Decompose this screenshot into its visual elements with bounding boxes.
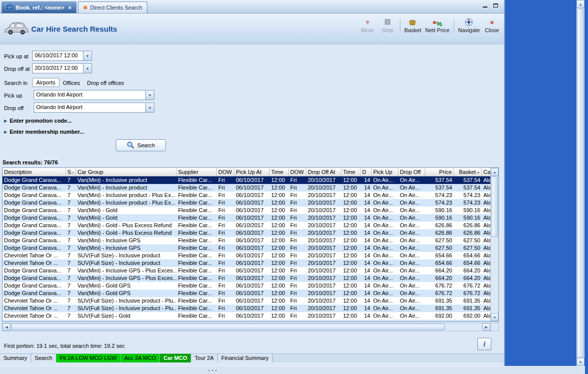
scroll-right-icon[interactable]: ▶ xyxy=(482,323,490,331)
dropoff-location-select[interactable]: Orlando Intl Airport ▼ xyxy=(34,103,154,113)
table-row[interactable]: Dodge Grand Carava...7Van(Mini) - Inclus… xyxy=(3,274,491,282)
scroll-up-icon[interactable]: ▲ xyxy=(491,168,498,176)
table-row[interactable]: Chevrolet Tahoe Or ...7SUV(Full Size) - … xyxy=(3,259,491,267)
column-header-time-9[interactable]: Time xyxy=(342,168,361,176)
bottom-tab-flt-2a-lgw-mco-lgw[interactable]: Flt 2A LGW MCO LGW xyxy=(56,354,121,362)
search-button[interactable]: Search xyxy=(116,139,166,151)
cell-drop-off-12: On Air... xyxy=(398,312,425,320)
table-row[interactable]: Chevrolet Tahoe Or ...7SUV(Full Size) - … xyxy=(3,297,491,305)
tab-booking-ref[interactable]: Book. ref.: <none> × xyxy=(2,2,76,13)
table-vertical-scrollbar[interactable]: ▲ ▼ xyxy=(490,168,498,321)
column-header-d-10[interactable]: D xyxy=(361,168,372,176)
desktop-background: Book. ref.: <none> × ✱ Direct Clients Se… xyxy=(0,0,588,374)
table-row[interactable]: Chevrolet Tahoe Or ...7SUV(Full Size) - … xyxy=(3,320,491,321)
table-row[interactable]: Chevrolet Tahoe Or ...7SUV(Full Size) - … xyxy=(3,305,491,312)
column-header-s-1[interactable]: S▼ xyxy=(66,168,76,176)
dropoff-at-select[interactable]: 20/10/2017 12:00 ▼ xyxy=(32,63,92,73)
basket-icon xyxy=(404,18,422,27)
cell-time-9: 12:00 xyxy=(342,274,361,282)
column-header-dow-7[interactable]: DOW xyxy=(289,168,306,176)
more-button[interactable]: ▼ More xyxy=(358,17,378,34)
header: Car Hire Search Results ▼ More Stop Bask… xyxy=(0,14,504,44)
info-button[interactable]: i xyxy=(477,338,491,350)
table-horizontal-scrollbar[interactable]: ◀ ▶ xyxy=(2,323,499,331)
stop-button[interactable]: Stop xyxy=(378,17,398,34)
column-header-ca-15[interactable]: Ca xyxy=(482,168,491,176)
membership-number-expander[interactable]: ▶ Enter membership number... xyxy=(4,129,85,135)
column-header-supplier-3[interactable]: Supplier xyxy=(177,168,217,176)
table-row[interactable]: Dodge Grand Carava...7Van(Mini) - Inclus… xyxy=(3,199,491,207)
tab-direct-clients-search[interactable]: ✱ Direct Clients Search xyxy=(78,2,147,13)
desktop-vertical-scrollbar[interactable]: ▲ ▼ xyxy=(576,0,584,366)
vertical-scroll-track[interactable] xyxy=(491,237,498,313)
navigate-button[interactable]: Navigate xyxy=(456,17,482,34)
bottom-tab-search[interactable]: Search xyxy=(31,354,56,362)
column-header-description-0[interactable]: Description xyxy=(3,168,66,176)
cell-s-1: 7 xyxy=(66,259,76,267)
table-row[interactable]: Dodge Grand Carava...7Van(Mini) - Gold G… xyxy=(3,282,491,290)
cell-pick-up-at-5: 06/10/2017 xyxy=(234,207,270,214)
basket-button[interactable]: Basket xyxy=(402,17,424,34)
bottom-tab-car-mco[interactable]: Car MCO xyxy=(160,354,191,362)
scroll-up-icon[interactable]: ▲ xyxy=(576,0,584,8)
table-row[interactable]: Dodge Grand Carava...7Van(Mini) - Inclus… xyxy=(3,237,491,244)
column-header-pick-up-11[interactable]: Pick Up xyxy=(372,168,398,176)
table-row[interactable]: Dodge Grand Carava...7Van(Mini) - Inclus… xyxy=(3,267,491,274)
nett-price-button[interactable]: ✱% Nett Price xyxy=(423,17,451,34)
bottom-tab-financial-summary[interactable]: Financial Summary xyxy=(218,354,273,362)
search-in-tab-airports[interactable]: Airports xyxy=(32,78,59,87)
table-row[interactable]: Dodge Grand Carava...7Van(Mini) - Inclus… xyxy=(3,192,491,199)
restore-icon[interactable] xyxy=(493,4,498,8)
table-row[interactable]: Dodge Grand Carava...7Van(Mini) - Gold -… xyxy=(3,222,491,229)
pickup-location-select[interactable]: Orlando Intl Airport ▼ xyxy=(34,90,154,100)
dropdown-arrow-icon[interactable]: ▼ xyxy=(145,103,154,112)
table-row[interactable]: Dodge Grand Carava...7Van(Mini) - GoldFl… xyxy=(3,214,491,222)
horizontal-scroll-track[interactable] xyxy=(445,323,482,331)
cell-drop-off-12: On Air... xyxy=(398,222,425,229)
horizontal-scroll-thumb[interactable] xyxy=(11,324,445,330)
search-in-tab-offices[interactable]: Offices xyxy=(59,79,83,87)
bottom-tab-summary[interactable]: Summary xyxy=(0,354,31,362)
cell-basket-14: 574.23 xyxy=(454,192,482,199)
cell-car-group-2: Van(Mini) - Inclusive product - Plus Ex.… xyxy=(76,192,177,199)
promotion-code-expander[interactable]: ▶ Enter promotion code... xyxy=(4,118,72,124)
column-header-drop-off-12[interactable]: Drop Off xyxy=(398,168,425,176)
column-header-drop-off-at-8[interactable]: Drop Off At xyxy=(306,168,342,176)
bottom-tab-tour-2a[interactable]: Tour 2A xyxy=(191,354,218,362)
dropdown-arrow-icon[interactable]: ▼ xyxy=(145,90,154,100)
scroll-down-icon[interactable]: ▼ xyxy=(491,313,498,321)
column-header-price-13[interactable]: Price xyxy=(425,168,454,176)
cell-pick-up-at-5: 06/10/2017 xyxy=(234,252,270,259)
more-icon: ▼ xyxy=(360,18,376,27)
column-header-pick-up-at-5[interactable]: Pick Up At xyxy=(234,168,270,176)
column-header-dow-4[interactable]: DOW xyxy=(217,168,234,176)
splitter-grip-icon[interactable]: • • • xyxy=(208,368,217,372)
table-row[interactable]: Chevrolet Tahoe Or ...7SUV(Full Size) - … xyxy=(3,252,491,259)
cell-basket-14: 537.54 xyxy=(454,176,482,184)
vertical-scroll-thumb[interactable] xyxy=(491,176,498,237)
close-button[interactable]: × Close xyxy=(482,17,502,34)
table-row[interactable]: Dodge Grand Carava...7Van(Mini) - Inclus… xyxy=(3,184,491,192)
scroll-down-icon[interactable]: ▼ xyxy=(576,358,584,366)
table-row[interactable]: Dodge Grand Carava...7Van(Mini) - Gold G… xyxy=(3,290,491,297)
dropdown-arrow-icon[interactable]: ▼ xyxy=(83,64,92,73)
table-row[interactable]: Dodge Grand Carava...7Van(Mini) - Inclus… xyxy=(3,244,491,252)
table-row[interactable]: Chevrolet Tahoe Or ...7SUV(Full Size) - … xyxy=(3,312,491,320)
cell-dow-7: Fri xyxy=(289,229,306,237)
scroll-left-icon[interactable]: ◀ xyxy=(3,323,11,331)
minimize-icon[interactable] xyxy=(483,4,487,8)
search-in-tab-drop-off-offices[interactable]: Drop off offices xyxy=(83,79,128,87)
bottom-scroll-strip[interactable]: • • • xyxy=(0,366,585,374)
column-header-time-6[interactable]: Time xyxy=(270,168,289,176)
table-row[interactable]: Dodge Grand Carava...7Van(Mini) - GoldFl… xyxy=(3,207,491,214)
table-row[interactable]: Dodge Grand Carava...7Van(Mini) - Gold -… xyxy=(3,229,491,237)
cell-pick-up-11: On Air... xyxy=(372,297,398,305)
table-row[interactable]: Dodge Grand Carava...7Van(Mini) - Inclus… xyxy=(3,176,491,184)
tab-close-icon[interactable]: × xyxy=(68,5,71,11)
dropdown-arrow-icon[interactable]: ▼ xyxy=(83,51,92,60)
column-header-basket-14[interactable]: Basket▼ xyxy=(454,168,482,176)
column-header-car-group-2[interactable]: Car Group xyxy=(76,168,177,176)
bottom-tab-acc-2a-mco[interactable]: Acc 2A MCO xyxy=(121,354,160,362)
desktop-scroll-thumb[interactable] xyxy=(577,9,584,357)
pickup-at-select[interactable]: 06/10/2017 12:00 ▼ xyxy=(32,51,92,61)
